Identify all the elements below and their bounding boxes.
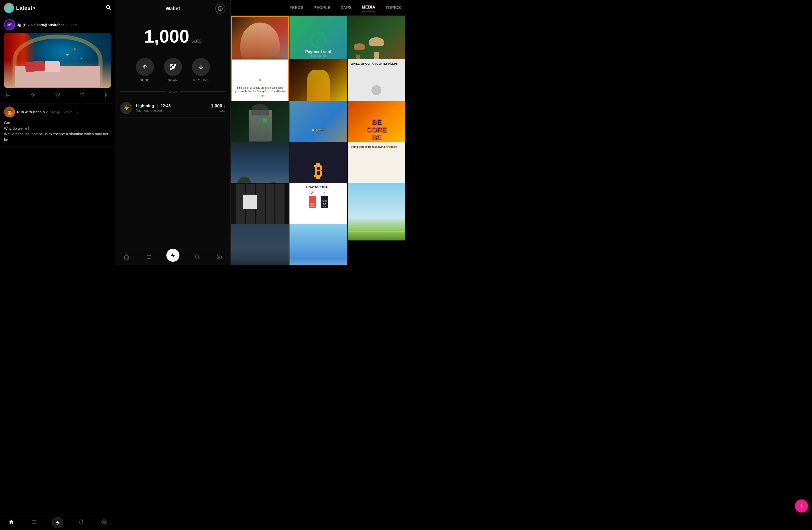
tx-amount: 1,000 ↓ sats — [211, 103, 226, 113]
wallet-panel: Wallet 1,000 sats SEND — [115, 0, 231, 265]
wrong-mark: ✗ — [311, 191, 314, 195]
right-mark: ✓ — [323, 191, 326, 195]
nav-feeds[interactable]: FEEDS — [289, 3, 304, 12]
post-2-username: Run with Bitcoin — [17, 110, 45, 114]
today-divider: today — [115, 87, 230, 96]
wallet-nav-list-button[interactable] — [144, 252, 154, 263]
wallet-nav-home-button[interactable] — [122, 252, 131, 263]
tx-subtitle: Payment received — [136, 109, 207, 113]
wallet-title: Wallet — [130, 6, 215, 12]
wallet-circle-button[interactable] — [215, 3, 225, 14]
latest-label: Latest — [16, 5, 32, 11]
svg-line-1 — [109, 8, 111, 10]
send-action: SEND — [136, 58, 154, 82]
post-1-emoji-badges: 🦄 ⚡ — [17, 23, 27, 27]
post-1-more-button[interactable]: ··· — [79, 22, 83, 28]
feed-content: 🌌 🦄 ⚡ ✓ unicorn@nostrchec… · 25m ··· — [0, 16, 115, 265]
svg-rect-14 — [174, 64, 175, 66]
nav-topics[interactable]: TOPICS — [386, 3, 401, 12]
stuff-learned-text: Stuff I learned from studying 🧡Bitcoin — [351, 145, 397, 149]
post-2-handle: paco@… — [49, 110, 63, 114]
wallet-nav-zap-center[interactable] — [166, 249, 179, 262]
send-button[interactable] — [136, 58, 154, 76]
reply-button[interactable] — [4, 91, 13, 99]
left-panel: Latest ▾ 🌌 🦄 ⚡ ✓ unicorn@nostrchec… · 25… — [0, 0, 115, 265]
post-1-time: · — [69, 23, 70, 27]
header-left: Latest ▾ — [4, 3, 35, 13]
svg-rect-16 — [172, 64, 173, 65]
tx-direction-icon: ↓ — [223, 104, 225, 108]
receive-button[interactable] — [192, 58, 210, 76]
wallet-actions: SEND SCAN — [115, 53, 230, 87]
post-2: 👨 Run with Bitcoin ✓ paco@… · 27m ··· Gm… — [0, 103, 115, 148]
nav-people[interactable]: PEOPLE — [314, 3, 331, 12]
post-2-more-button[interactable]: ··· — [74, 109, 78, 115]
svg-marker-26 — [171, 253, 175, 258]
receive-label: RECEIVE — [193, 78, 209, 82]
quote-author: - RD_btc - — [255, 95, 266, 98]
check-circle: ✓ — [311, 32, 326, 48]
scan-action: SCAN — [164, 58, 182, 82]
nav-media[interactable]: MEDIA — [362, 3, 375, 12]
media-cell-dark-hills[interactable] — [231, 224, 289, 265]
payment-sent-text: Payment sent — [305, 49, 331, 54]
receive-action: RECEIVE — [192, 58, 210, 82]
balance-unit: sats — [191, 38, 201, 44]
svg-rect-17 — [170, 67, 171, 67]
wallet-bottom-nav — [115, 250, 231, 265]
guitar-title: While my guitar Gently MEEPS — [351, 62, 402, 65]
post-2-avatar[interactable]: 👨 — [4, 106, 15, 117]
svg-marker-22 — [124, 105, 129, 111]
left-header: Latest ▾ — [0, 0, 115, 16]
svg-marker-28 — [218, 256, 220, 258]
wallet-nav-compass-button[interactable] — [215, 252, 224, 263]
svg-marker-2 — [31, 93, 35, 97]
svg-rect-20 — [172, 68, 174, 69]
post-2-time: 27m — [66, 110, 72, 114]
like-button[interactable] — [53, 91, 62, 99]
chevron-down-icon: ▾ — [33, 6, 35, 10]
svg-rect-15 — [170, 68, 172, 70]
post-1-avatar[interactable]: 🌌 — [4, 19, 15, 30]
payment-sent-sub: 500 sats to — [311, 54, 326, 58]
balance-amount: 1,000 — [144, 27, 189, 45]
tx-lightning-icon — [120, 102, 132, 114]
wallet-balance-section: 1,000 sats — [115, 17, 230, 53]
svg-point-0 — [106, 5, 110, 9]
post-1-image — [4, 33, 111, 88]
bitcoin-symbol: ₿ — [314, 161, 322, 181]
transaction-list: Lightning | 22:46 Payment received 1,000… — [115, 96, 230, 265]
media-cell-fbi[interactable]: The FBI — [289, 224, 347, 265]
post-1-verified: ✓ — [28, 23, 30, 27]
checkmark-icon: ✓ — [315, 36, 321, 44]
tx-amount-unit: sats — [211, 109, 226, 113]
divider-line-right — [180, 91, 225, 92]
nav-zaps[interactable]: ZAPS — [340, 3, 352, 12]
svg-rect-13 — [170, 64, 172, 66]
post-2-text: Gm Why do we lie? We lie because it help… — [4, 120, 111, 143]
repost-button[interactable] — [78, 91, 86, 99]
wallet-header: Wallet — [115, 0, 230, 17]
balance-display: 1,000 sats — [144, 27, 202, 45]
tx-amount-value: 1,000 — [211, 103, 222, 108]
transaction-item[interactable]: Lightning | 22:46 Payment received 1,000… — [120, 99, 225, 118]
post-2-verified: ✓ — [46, 110, 48, 114]
media-grid: ✓ Payment sent 500 sats to ❝ I think a l… — [231, 16, 406, 265]
search-button[interactable] — [105, 4, 111, 12]
media-cell-sky[interactable] — [348, 183, 405, 240]
zap-button[interactable] — [29, 91, 37, 99]
svg-point-11 — [220, 9, 220, 10]
latest-dropdown-button[interactable]: Latest ▾ — [16, 5, 35, 11]
right-panel: FEEDS PEOPLE ZAPS MEDIA TOPICS ✓ Payment… — [231, 0, 406, 265]
user-avatar[interactable] — [4, 3, 14, 13]
scan-button[interactable] — [164, 58, 182, 76]
post-1-actions — [4, 90, 111, 100]
post-1: 🌌 🦄 ⚡ ✓ unicorn@nostrchec… · 25m ··· — [0, 16, 115, 103]
post-2-meta: Run with Bitcoin ✓ paco@… · 27m — [17, 110, 72, 114]
post-1-header: 🌌 🦄 ⚡ ✓ unicorn@nostrchec… · 25m ··· — [4, 19, 111, 30]
post-1-username: unicorn@nostrchec… — [31, 23, 68, 27]
wallet-nav-bell-button[interactable] — [192, 252, 202, 263]
tx-title: Lightning | 22:46 — [136, 104, 207, 108]
how-to-steal-title: HOW TO STEAL: — [306, 186, 330, 189]
bookmark-button[interactable] — [102, 91, 111, 99]
